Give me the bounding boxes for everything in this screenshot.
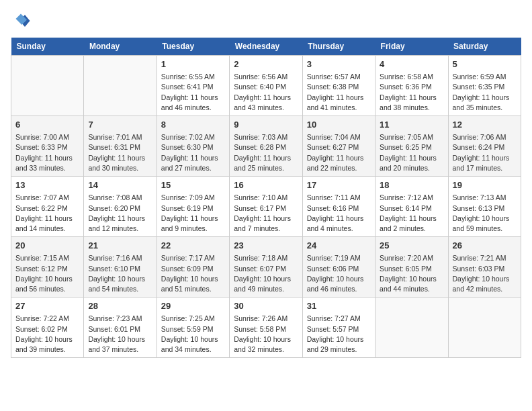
day-number: 5 (453, 58, 517, 71)
calendar-header: SundayMondayTuesdayWednesdayThursdayFrid… (11, 38, 521, 56)
weekday-header-saturday: Saturday (448, 38, 521, 56)
day-info: Sunrise: 7:04 AM Sunset: 6:27 PM Dayligh… (307, 132, 371, 173)
day-info: Sunrise: 6:59 AM Sunset: 6:35 PM Dayligh… (453, 72, 517, 113)
day-number: 21 (88, 240, 152, 252)
calendar-cell: 30Sunrise: 7:26 AM Sunset: 5:58 PM Dayli… (230, 298, 302, 358)
calendar-cell: 12Sunrise: 7:06 AM Sunset: 6:24 PM Dayli… (448, 116, 521, 177)
day-info: Sunrise: 7:15 AM Sunset: 6:12 PM Dayligh… (15, 253, 79, 294)
calendar-cell: 20Sunrise: 7:15 AM Sunset: 6:12 PM Dayli… (11, 237, 84, 298)
day-info: Sunrise: 7:08 AM Sunset: 6:20 PM Dayligh… (88, 193, 152, 234)
calendar-cell: 25Sunrise: 7:20 AM Sunset: 6:05 PM Dayli… (375, 237, 448, 298)
day-number: 23 (234, 240, 298, 252)
calendar-week-row: 20Sunrise: 7:15 AM Sunset: 6:12 PM Dayli… (11, 237, 521, 298)
day-number: 2 (234, 58, 298, 71)
day-number: 12 (453, 119, 517, 131)
day-number: 27 (15, 300, 79, 312)
day-info: Sunrise: 7:21 AM Sunset: 6:03 PM Dayligh… (453, 253, 517, 294)
day-number: 16 (234, 179, 298, 191)
calendar-cell: 11Sunrise: 7:05 AM Sunset: 6:25 PM Dayli… (375, 116, 448, 177)
day-info: Sunrise: 6:55 AM Sunset: 6:41 PM Dayligh… (161, 72, 225, 113)
calendar-body: 1Sunrise: 6:55 AM Sunset: 6:41 PM Daylig… (11, 56, 521, 358)
day-number: 3 (307, 58, 371, 71)
calendar-week-row: 1Sunrise: 6:55 AM Sunset: 6:41 PM Daylig… (11, 56, 521, 116)
weekday-header-tuesday: Tuesday (157, 38, 229, 56)
calendar-cell: 15Sunrise: 7:09 AM Sunset: 6:19 PM Dayli… (157, 177, 229, 237)
calendar-cell: 9Sunrise: 7:03 AM Sunset: 6:28 PM Daylig… (230, 116, 302, 177)
day-number: 6 (15, 119, 79, 131)
day-number: 9 (234, 119, 298, 131)
calendar-week-row: 6Sunrise: 7:00 AM Sunset: 6:33 PM Daylig… (11, 116, 521, 177)
day-number: 10 (307, 119, 371, 131)
day-number: 8 (161, 119, 225, 131)
day-info: Sunrise: 7:06 AM Sunset: 6:24 PM Dayligh… (453, 132, 517, 173)
day-number: 11 (380, 119, 443, 131)
calendar-cell (375, 298, 448, 358)
calendar-cell: 31Sunrise: 7:27 AM Sunset: 5:57 PM Dayli… (302, 298, 375, 358)
day-number: 30 (234, 300, 298, 312)
calendar-cell: 7Sunrise: 7:01 AM Sunset: 6:31 PM Daylig… (84, 116, 157, 177)
day-info: Sunrise: 7:16 AM Sunset: 6:10 PM Dayligh… (88, 253, 152, 294)
calendar-cell: 23Sunrise: 7:18 AM Sunset: 6:07 PM Dayli… (230, 237, 302, 298)
weekday-header-wednesday: Wednesday (230, 38, 302, 56)
day-number: 13 (15, 179, 79, 191)
day-number: 28 (88, 300, 152, 312)
day-number: 22 (161, 240, 225, 252)
day-info: Sunrise: 7:18 AM Sunset: 6:07 PM Dayligh… (234, 253, 298, 294)
day-info: Sunrise: 7:13 AM Sunset: 6:13 PM Dayligh… (453, 193, 517, 234)
calendar-cell: 3Sunrise: 6:57 AM Sunset: 6:38 PM Daylig… (302, 56, 375, 116)
day-info: Sunrise: 7:10 AM Sunset: 6:17 PM Dayligh… (234, 193, 298, 234)
day-number: 24 (307, 240, 371, 252)
weekday-header-friday: Friday (375, 38, 448, 56)
day-info: Sunrise: 7:25 AM Sunset: 5:59 PM Dayligh… (161, 314, 225, 355)
day-number: 15 (161, 179, 225, 191)
day-info: Sunrise: 7:19 AM Sunset: 6:06 PM Dayligh… (307, 253, 371, 294)
calendar-cell: 29Sunrise: 7:25 AM Sunset: 5:59 PM Dayli… (157, 298, 229, 358)
day-number: 1 (161, 58, 225, 71)
day-number: 17 (307, 179, 371, 191)
calendar-cell: 8Sunrise: 7:02 AM Sunset: 6:30 PM Daylig… (157, 116, 229, 177)
day-number: 14 (88, 179, 152, 191)
day-info: Sunrise: 7:03 AM Sunset: 6:28 PM Dayligh… (234, 132, 298, 173)
logo-icon (11, 11, 31, 31)
logo (11, 11, 34, 31)
day-number: 19 (453, 179, 517, 191)
calendar-cell (448, 298, 521, 358)
calendar-cell: 22Sunrise: 7:17 AM Sunset: 6:09 PM Dayli… (157, 237, 229, 298)
calendar-cell: 24Sunrise: 7:19 AM Sunset: 6:06 PM Dayli… (302, 237, 375, 298)
weekday-header-row: SundayMondayTuesdayWednesdayThursdayFrid… (11, 38, 521, 56)
day-info: Sunrise: 7:22 AM Sunset: 6:02 PM Dayligh… (15, 314, 79, 355)
day-info: Sunrise: 7:17 AM Sunset: 6:09 PM Dayligh… (161, 253, 225, 294)
calendar-cell (11, 56, 84, 116)
day-info: Sunrise: 7:07 AM Sunset: 6:22 PM Dayligh… (15, 193, 79, 234)
calendar-cell: 14Sunrise: 7:08 AM Sunset: 6:20 PM Dayli… (84, 177, 157, 237)
calendar-cell: 4Sunrise: 6:58 AM Sunset: 6:36 PM Daylig… (375, 56, 448, 116)
calendar-cell: 16Sunrise: 7:10 AM Sunset: 6:17 PM Dayli… (230, 177, 302, 237)
day-info: Sunrise: 7:01 AM Sunset: 6:31 PM Dayligh… (88, 132, 152, 173)
day-info: Sunrise: 6:58 AM Sunset: 6:36 PM Dayligh… (380, 72, 443, 113)
day-info: Sunrise: 7:05 AM Sunset: 6:25 PM Dayligh… (380, 132, 443, 173)
calendar-table: SundayMondayTuesdayWednesdayThursdayFrid… (11, 38, 521, 358)
day-info: Sunrise: 7:27 AM Sunset: 5:57 PM Dayligh… (307, 314, 371, 355)
day-number: 18 (380, 179, 443, 191)
calendar-cell: 17Sunrise: 7:11 AM Sunset: 6:16 PM Dayli… (302, 177, 375, 237)
calendar-cell: 13Sunrise: 7:07 AM Sunset: 6:22 PM Dayli… (11, 177, 84, 237)
day-info: Sunrise: 7:02 AM Sunset: 6:30 PM Dayligh… (161, 132, 225, 173)
calendar-cell: 10Sunrise: 7:04 AM Sunset: 6:27 PM Dayli… (302, 116, 375, 177)
calendar-week-row: 13Sunrise: 7:07 AM Sunset: 6:22 PM Dayli… (11, 177, 521, 237)
day-info: Sunrise: 7:20 AM Sunset: 6:05 PM Dayligh… (380, 253, 443, 294)
day-number: 26 (453, 240, 517, 252)
calendar-cell: 1Sunrise: 6:55 AM Sunset: 6:41 PM Daylig… (157, 56, 229, 116)
day-info: Sunrise: 7:12 AM Sunset: 6:14 PM Dayligh… (380, 193, 443, 234)
calendar-cell: 6Sunrise: 7:00 AM Sunset: 6:33 PM Daylig… (11, 116, 84, 177)
day-info: Sunrise: 6:57 AM Sunset: 6:38 PM Dayligh… (307, 72, 371, 113)
day-info: Sunrise: 7:11 AM Sunset: 6:16 PM Dayligh… (307, 193, 371, 234)
day-number: 25 (380, 240, 443, 252)
day-info: Sunrise: 6:56 AM Sunset: 6:40 PM Dayligh… (234, 72, 298, 113)
calendar-cell (84, 56, 157, 116)
day-number: 29 (161, 300, 225, 312)
calendar-cell: 28Sunrise: 7:23 AM Sunset: 6:01 PM Dayli… (84, 298, 157, 358)
weekday-header-sunday: Sunday (11, 38, 84, 56)
day-info: Sunrise: 7:00 AM Sunset: 6:33 PM Dayligh… (15, 132, 79, 173)
weekday-header-thursday: Thursday (302, 38, 375, 56)
day-number: 20 (15, 240, 79, 252)
